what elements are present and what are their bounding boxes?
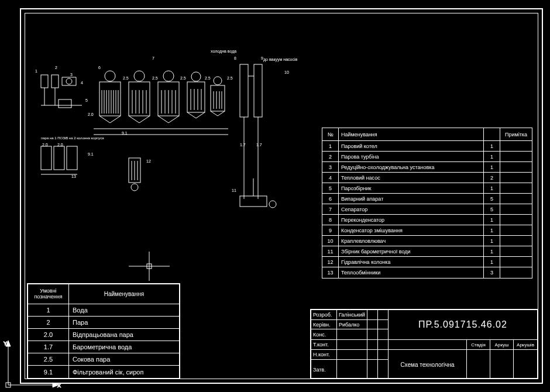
doc-subtitle: Схема технологічна [389, 350, 467, 379]
col-name: Найменування [339, 128, 484, 140]
cell-qty: 1 [484, 257, 500, 267]
cell-note [500, 141, 532, 151]
cell-note [500, 194, 532, 204]
boiler-turbine-group [41, 75, 82, 108]
svg-rect-45 [51, 75, 59, 88]
label-cold-water: холодна вода [211, 49, 236, 54]
cell-note [500, 257, 532, 267]
table-row: 10Краплевловлювач1 [322, 236, 532, 246]
svg-text:2.5: 2.5 [123, 76, 129, 80]
stream-codes: 2.0 2.0 2.0 9.1 9.1 2.5 2.5 2.5 2.5 2.5 … [42, 76, 262, 156]
label-para-left: пара на 1 ПОЗіВ на 2 колонна корпуса [41, 136, 104, 140]
cell-num: 12 [322, 257, 339, 267]
cell-num: 2 [322, 152, 339, 161]
svg-point-9 [105, 71, 115, 81]
cell-note [500, 152, 532, 161]
cell-note [500, 173, 532, 183]
cell-name: Сокова пара [69, 353, 179, 365]
cell-num: 3 [322, 162, 339, 172]
table-row: 2Пара [28, 317, 179, 329]
cell-num: 9 [322, 225, 339, 235]
process-schematic: холодна вода до вакуум насосів [29, 47, 298, 222]
table-row: 8Переконденсатор1 [322, 215, 532, 225]
cell-qty: 5 [484, 194, 500, 204]
cell-name: Краплевловлювач [339, 236, 484, 246]
col-arkush: Аркуш [490, 340, 514, 349]
svg-text:2.0: 2.0 [57, 143, 63, 147]
cell-note [500, 225, 532, 235]
cell-sym: 2 [28, 317, 69, 328]
table-row: 7Сепаратор5 [322, 204, 532, 215]
col-note: Примітка [500, 128, 532, 140]
svg-rect-50 [59, 99, 71, 108]
col-arkushiv: Аркушів [514, 340, 537, 349]
svg-text:12: 12 [146, 159, 151, 163]
ucs-icon: Y X [2, 338, 73, 391]
col-name: Найменування [69, 284, 179, 304]
table-row: 9Конденсатор змішування1 [322, 225, 532, 236]
cell-note [500, 246, 532, 256]
cell-num: 1 [322, 141, 339, 151]
table-row: 3Редуційно-охолоджувальна установка1 [322, 162, 532, 173]
cell-num: 13 [322, 267, 339, 278]
svg-rect-37 [240, 64, 248, 117]
cell-name: Редуційно-охолоджувальна установка [339, 162, 484, 172]
table-header: Умовні позначення Найменування [28, 284, 179, 304]
cell-name: Конденсатор змішування [339, 225, 484, 235]
svg-point-24 [163, 71, 174, 81]
table-row: 13Теплообмінники3 [322, 267, 532, 278]
cell-note [500, 204, 532, 214]
cell-note [500, 267, 532, 278]
cell-name: Тепловий насос [339, 173, 484, 183]
svg-text:2.5: 2.5 [227, 76, 233, 80]
table-row: 2Парова турбіна1 [322, 152, 532, 162]
table-row: 1Вода [28, 304, 179, 317]
svg-text:2.5: 2.5 [205, 76, 211, 80]
cell-name: Сепаратор [339, 204, 484, 214]
svg-text:8: 8 [234, 56, 236, 60]
svg-rect-25 [187, 82, 205, 112]
svg-rect-44 [41, 75, 48, 88]
cell-num: 8 [322, 215, 339, 225]
cell-num: 5 [322, 183, 339, 193]
cell-name: Збірник барометричної води [339, 246, 484, 256]
cell-qty: 3 [484, 267, 500, 278]
cell-note [500, 236, 532, 246]
svg-text:2.0: 2.0 [42, 143, 48, 147]
cell-name: Гідравлічна колонка [339, 257, 484, 267]
heat-exchangers [41, 146, 77, 174]
cell-name: Відпрацьована пара [69, 329, 179, 341]
cell-name: Парозбірник [339, 183, 484, 193]
table-header: № Найменування Примітка [322, 128, 532, 141]
svg-point-46 [66, 78, 72, 84]
table-row: 4Тепловий насос2 [322, 173, 532, 183]
cell-name: Барометрична вода [69, 341, 179, 353]
svg-point-36 [214, 77, 222, 85]
cell-note [500, 215, 532, 225]
svg-text:2.5: 2.5 [152, 76, 158, 80]
svg-text:2.5: 2.5 [180, 76, 186, 80]
table-row: 5Парозбірник1 [322, 183, 532, 194]
cell-name: Вода [69, 304, 179, 316]
tb-razrab-label: Розроб. [311, 310, 337, 319]
cell-name: Парова турбіна [339, 152, 484, 161]
title-block: Розроб. Галінський Керівн. Рибалко Конс.… [310, 309, 538, 379]
cell-name: Випарний апарат [339, 194, 484, 204]
svg-rect-31 [211, 85, 225, 111]
svg-text:1: 1 [35, 69, 37, 73]
hydraulic-column [129, 158, 140, 191]
cell-name: Переконденсатор [339, 215, 484, 225]
tb-tkont-label: Т.конт. [311, 340, 337, 349]
svg-text:11: 11 [232, 188, 236, 192]
svg-point-17 [134, 71, 145, 81]
cell-note [500, 162, 532, 172]
svg-text:6: 6 [98, 66, 101, 70]
svg-text:9.1: 9.1 [122, 131, 128, 135]
callout-numbers: 1 2 3 4 5 6 7 8 9 10 11 12 13 [35, 56, 289, 192]
table-row: 1Паровий котел1 [322, 141, 532, 152]
cell-qty: 1 [484, 152, 500, 161]
svg-text:2: 2 [55, 66, 57, 70]
cell-note [500, 183, 532, 193]
cell-name: Пара [69, 317, 179, 328]
condenser-group [240, 64, 262, 199]
